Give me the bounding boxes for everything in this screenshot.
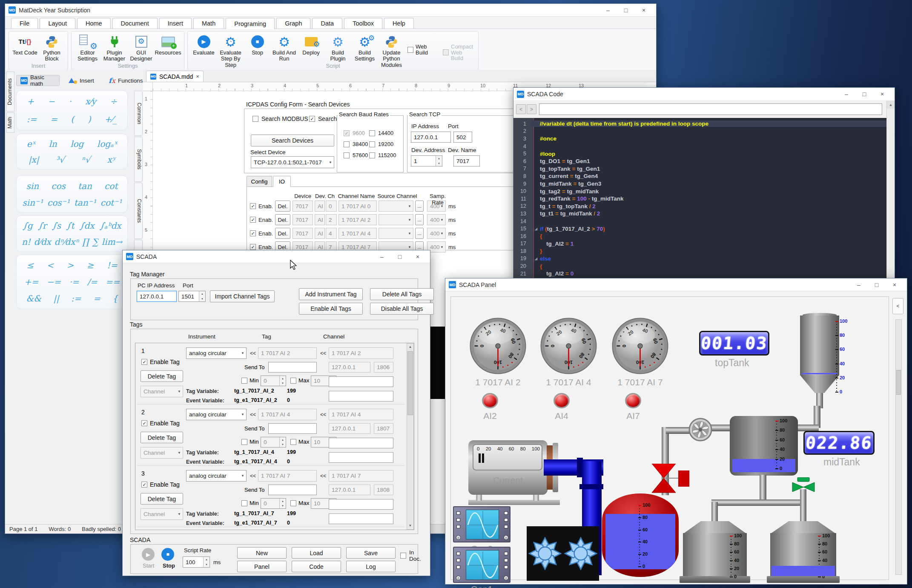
main-titlebar[interactable]: MD MatDeck Year Subscription – □ × xyxy=(5,4,656,17)
minimize-icon[interactable]: – xyxy=(373,251,391,263)
delete-row-button[interactable]: Del. xyxy=(275,201,290,212)
sidebar-tab-insert[interactable]: Insert xyxy=(65,75,99,86)
channel-dropdown[interactable]: Channel▼ xyxy=(141,508,183,520)
spinner-arrows-icon[interactable]: ▲▼ xyxy=(279,437,286,447)
scope-button[interactable] xyxy=(456,565,460,569)
tags-scrollbar[interactable]: ▲ ▼ xyxy=(407,343,414,530)
math-symbol-item[interactable]: ⁿ√ xyxy=(81,155,90,165)
tab-io[interactable]: IO xyxy=(273,176,291,187)
code-search-field[interactable] xyxy=(539,103,882,115)
maximize-icon[interactable]: □ xyxy=(868,279,886,291)
document-tab-scada[interactable]: MD SCADA.mdd × xyxy=(146,71,204,82)
math-symbol-sin[interactable]: sin xyxy=(26,181,39,191)
code-scrollbar[interactable]: ▲ xyxy=(886,101,895,281)
checkbox-icon[interactable] xyxy=(344,141,350,147)
min-checkbox[interactable]: Min xyxy=(241,500,259,506)
checkbox-icon[interactable] xyxy=(407,47,413,53)
scope-button[interactable] xyxy=(456,552,460,555)
send-to-field[interactable] xyxy=(268,485,317,495)
delete-tag-button[interactable]: Delete Tag xyxy=(141,432,183,443)
more-button[interactable]: ... xyxy=(415,228,424,239)
port-stepper[interactable]: 1501 ▲▼ xyxy=(178,291,206,302)
math-symbol-item[interactable]: ³√ xyxy=(56,155,65,165)
max-checkbox[interactable]: Max xyxy=(290,377,310,384)
math-symbol-d-dx[interactable]: d⁄dx xyxy=(34,237,51,247)
send-to-field[interactable] xyxy=(268,362,317,373)
math-symbol-x[interactable]: xʸ xyxy=(107,155,116,165)
code-editor[interactable]: 1//variable dt (delta time from start) i… xyxy=(513,118,886,281)
ribbon-button-stop[interactable]: ■Stop xyxy=(244,34,271,56)
ribbon-button-build-plugin[interactable]: ⚙Build Plugin xyxy=(324,34,351,62)
scope-knob[interactable]: 0 xyxy=(504,576,508,580)
checkbox-icon[interactable] xyxy=(369,152,375,158)
checkbox-icon[interactable]: ✓ xyxy=(344,130,350,136)
tab-toolbox[interactable]: Toolbox xyxy=(344,18,382,29)
math-symbol-cot[interactable]: cot⁻¹ xyxy=(100,198,122,208)
maximize-icon[interactable]: □ xyxy=(617,4,635,16)
math-symbol-dx[interactable]: ∫dx xyxy=(80,221,95,231)
math-symbol-item[interactable]: != xyxy=(107,260,118,270)
channel-dropdown[interactable]: Channel▼ xyxy=(141,386,183,397)
checkbox-icon[interactable]: ✓ xyxy=(250,230,256,236)
enable-tag-checkbox[interactable]: ✓Enable Tag xyxy=(141,359,180,365)
collapse-panel-icon[interactable]: < xyxy=(892,298,903,314)
ribbon-button-editor-settings[interactable]: ⚙Editor Settings xyxy=(74,34,101,62)
checkbox-icon[interactable] xyxy=(369,141,375,147)
math-symbol-item[interactable]: ) xyxy=(88,114,91,124)
extra-field[interactable] xyxy=(329,452,393,463)
ribbon-button-build-and-run[interactable]: ⚙▶Build And Run xyxy=(271,34,298,62)
minimize-icon[interactable]: – xyxy=(599,4,617,16)
checkbox-icon[interactable]: ✓ xyxy=(141,482,147,488)
channel-dropdown[interactable]: Channel▼ xyxy=(141,447,183,459)
scope-button[interactable] xyxy=(504,559,508,562)
source-channel-dropdown[interactable]: ▼ xyxy=(379,214,413,225)
ribbon-checkbox-compact-web-build[interactable]: Compact Web Build xyxy=(443,44,474,61)
baud-checkbox-115200[interactable]: 115200 xyxy=(369,152,396,158)
math-symbol-item[interactable]: := xyxy=(71,293,81,304)
checkbox-icon[interactable]: ✓ xyxy=(141,359,147,365)
instrument-dropdown[interactable]: analog circular▼ xyxy=(186,347,247,359)
spinner-arrows-icon[interactable]: ▲▼ xyxy=(279,376,286,386)
math-symbol-log[interactable]: logₐˣ xyxy=(97,139,117,149)
close-icon[interactable]: × xyxy=(873,88,891,100)
math-symbol-s[interactable]: ∫s xyxy=(52,221,61,231)
math-symbol-item[interactable]: ·= xyxy=(69,277,79,287)
delete-tag-button[interactable]: Delete Tag xyxy=(141,370,183,382)
math-symbol-item[interactable]: ∑ xyxy=(92,237,98,247)
checkbox-icon[interactable] xyxy=(241,439,247,445)
sample-rate-dropdown[interactable]: 400▼ xyxy=(427,228,446,239)
dev-name-field[interactable]: 7017 xyxy=(453,155,480,166)
math-symbol-item[interactable]: ≥ xyxy=(87,260,94,270)
fold-marker-icon[interactable]: ◢ xyxy=(535,227,537,231)
math-symbol-item[interactable]: · xyxy=(69,96,71,106)
disable-all-tags-button[interactable]: Disable All Tags xyxy=(370,303,434,315)
source-channel-dropdown[interactable]: ▼ xyxy=(379,201,413,212)
panel-button[interactable]: Panel xyxy=(237,561,287,572)
ribbon-button-evaluate[interactable]: ▶Evaluate xyxy=(190,34,217,56)
math-symbol-item[interactable]: ( xyxy=(71,114,74,124)
import-channel-tags-button[interactable]: Import Channel Tags xyxy=(210,290,275,302)
math-symbol-item[interactable]: = xyxy=(50,114,57,124)
tab-data[interactable]: Data xyxy=(312,18,342,29)
sidebar-tab-basic-math[interactable]: MD Basic math xyxy=(16,75,60,86)
sidebar-tab-common[interactable]: Common xyxy=(134,91,143,136)
math-symbol-item[interactable]: += xyxy=(24,277,39,287)
math-symbol-tan[interactable]: tan xyxy=(78,181,92,191)
delete-row-button[interactable]: Del. xyxy=(275,228,290,239)
math-symbol-t[interactable]: ∫t xyxy=(66,221,74,231)
scope-button[interactable] xyxy=(504,552,508,555)
checkbox-icon[interactable] xyxy=(241,500,247,506)
ribbon-checkbox-web-build[interactable]: Web Build xyxy=(407,44,439,55)
math-symbol-sin[interactable]: sin⁻¹ xyxy=(22,198,43,208)
math-symbol-d-dx[interactable]: dⁿ⁄dxⁿ xyxy=(54,237,79,247)
math-symbol-n[interactable]: n! xyxy=(22,237,31,247)
math-symbol-item[interactable]: > xyxy=(67,260,74,270)
extra-field[interactable] xyxy=(329,499,393,510)
minimize-icon[interactable]: – xyxy=(850,279,868,291)
scope-button[interactable] xyxy=(456,518,460,522)
scope-knob[interactable]: 0 xyxy=(504,535,508,540)
math-symbol-x-y[interactable]: x⁄y xyxy=(85,96,96,106)
tab-help[interactable]: Help xyxy=(384,18,414,29)
more-button[interactable]: ... xyxy=(415,214,424,225)
add-instrument-tag-button[interactable]: Add Instrument Tag xyxy=(299,288,363,300)
